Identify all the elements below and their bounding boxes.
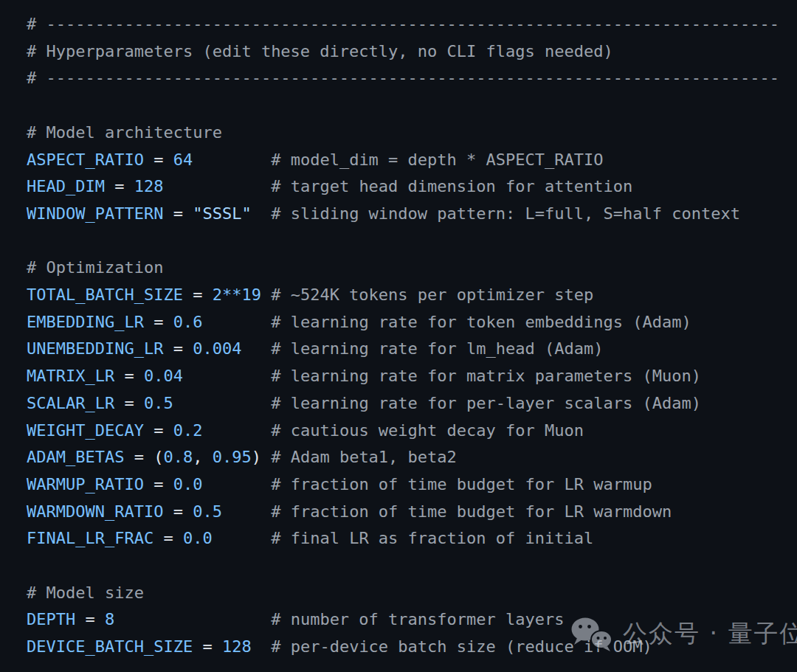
code-token: 0.2 [173,421,203,440]
code-token [222,502,271,521]
code-token: # final LR as fraction of initial [271,529,593,547]
code-token: ) [252,448,261,466]
code-token: = [163,339,193,358]
code-line: HEAD_DIM = 128 # target head dimension f… [27,173,797,201]
code-token: = [193,637,222,656]
code-token [252,637,272,656]
code-token: 0.0 [183,529,213,547]
code-token: = [144,475,173,493]
code-token: WARMUP_RATIO [27,475,144,493]
code-line: ASPECT_RATIO = 64 # model_dim = depth * … [27,147,797,174]
code-line: # Model architecture [27,119,797,147]
code-token: EMBEDDING_LR [27,313,144,331]
code-token: # model_dim = depth * ASPECT_RATIO [271,150,603,169]
code-token [202,313,271,331]
code-token [193,150,271,169]
code-token: 128 [134,177,164,195]
code-token: = [144,313,173,331]
code-token [163,177,271,195]
code-token: 2**19 [213,285,261,304]
code-line: WINDOW_PATTERN = "SSSL" # sliding window… [27,201,797,228]
code-token: 0.004 [193,339,241,358]
code-line: DEVICE_BATCH_SIZE = 128 # per-device bat… [27,634,797,661]
code-token: "SSSL" [193,204,251,223]
code-token: # learning rate for token embeddings (Ad… [271,313,691,331]
code-token: # learning rate for matrix parameters (M… [271,367,701,385]
code-token: # --------------------------------------… [27,15,779,33]
code-token: 0.5 [144,394,173,412]
code-token [241,339,271,358]
code-line [27,92,797,119]
code-editor: # --------------------------------------… [0,0,797,661]
code-line: FINAL_LR_FRAC = 0.0 # final LR as fracti… [27,525,797,553]
code-token: 128 [222,637,252,656]
code-token: WINDOW_PATTERN [27,204,163,223]
code-token: 0.04 [144,367,183,385]
code-line: MATRIX_LR = 0.04 # learning rate for mat… [27,363,797,390]
code-token: 0.6 [173,313,203,331]
code-token: = ( [124,448,163,466]
code-token: = [163,204,193,223]
code-token: 0.8 [163,448,193,466]
code-token: SCALAR_LR [27,394,114,412]
code-line: WARMDOWN_RATIO = 0.5 # fraction of time … [27,499,797,526]
code-line: # Optimization [27,254,797,282]
code-line: # --------------------------------------… [27,65,797,92]
code-token: # Hyperparameters (edit these directly, … [27,42,613,60]
code-token: 0.0 [173,475,203,493]
code-token: ASPECT_RATIO [27,150,144,169]
code-token: # sliding window pattern: L=full, S=half… [271,204,740,223]
code-token: = [144,421,173,440]
code-token: 64 [173,150,193,169]
code-line: EMBEDDING_LR = 0.6 # learning rate for t… [27,309,797,336]
code-token: HEAD_DIM [27,177,105,195]
code-line: # --------------------------------------… [27,11,797,38]
code-token: # number of transformer layers [271,610,564,628]
code-line: UNEMBEDDING_LR = 0.004 # learning rate f… [27,336,797,363]
code-line [27,553,797,580]
code-token: # per-device batch size (reduce if OOM) [271,637,652,656]
code-token: = [183,285,213,304]
code-token: 0.95 [213,448,252,466]
code-token: # --------------------------------------… [27,69,779,87]
code-token: 8 [105,610,114,628]
code-token: = [105,177,134,195]
code-token: # Adam beta1, beta2 [271,448,457,466]
code-token: WEIGHT_DECAY [27,421,144,440]
code-token: # ~524K tokens per optimizer step [271,285,593,304]
code-token: = [75,610,105,628]
code-line: # Model size [27,580,797,607]
code-token [183,367,271,385]
code-token: TOTAL_BATCH_SIZE [27,285,183,304]
code-token: # fraction of time budget for LR warmdow… [271,502,672,521]
code-line: SCALAR_LR = 0.5 # learning rate for per-… [27,390,797,418]
code-line [27,228,797,255]
code-token: # learning rate for lm_head (Adam) [271,339,603,358]
code-token: # cautious weight decay for Muon [271,421,584,440]
code-token [202,475,271,493]
code-line: # Hyperparameters (edit these directly, … [27,38,797,66]
code-token: FINAL_LR_FRAC [27,529,153,547]
code-line: WEIGHT_DECAY = 0.2 # cautious weight dec… [27,418,797,445]
code-line: ADAM_BETAS = (0.8, 0.95) # Adam beta1, b… [27,444,797,471]
code-token [114,610,271,628]
code-token: # fraction of time budget for LR warmup [271,475,652,493]
code-token: = [163,502,193,521]
code-line: TOTAL_BATCH_SIZE = 2**19 # ~524K tokens … [27,282,797,309]
code-token [261,285,271,304]
code-token: UNEMBEDDING_LR [27,339,163,358]
code-token: # target head dimension for attention [271,177,632,195]
code-token: # Optimization [27,258,163,277]
code-token: = [114,394,144,412]
code-token [213,529,271,547]
code-token: ADAM_BETAS [27,448,124,466]
code-line: WARMUP_RATIO = 0.0 # fraction of time bu… [27,471,797,499]
code-token: WARMDOWN_RATIO [27,502,163,521]
code-token: = [153,529,183,547]
code-token [202,421,271,440]
code-line: DEPTH = 8 # number of transformer layers [27,606,797,634]
code-token: # Model size [27,583,144,602]
code-token: # Model architecture [27,123,222,142]
code-token: = [114,367,144,385]
code-token [261,448,271,466]
